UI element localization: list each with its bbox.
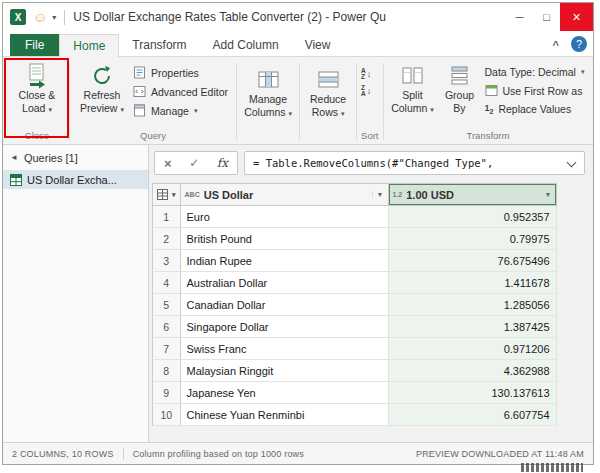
sort-descending-button[interactable]: ZA ↓ bbox=[361, 85, 371, 97]
row-number[interactable]: 5 bbox=[152, 294, 181, 316]
chevron-down-icon: ▾ bbox=[430, 106, 434, 113]
rate-cell[interactable]: 1.387425 bbox=[389, 316, 557, 338]
tab-add-column[interactable]: Add Column bbox=[200, 34, 292, 56]
collapse-ribbon-icon[interactable]: ^ bbox=[553, 39, 559, 51]
arrow-down-icon: ↓ bbox=[367, 86, 372, 96]
row-number[interactable]: 6 bbox=[152, 316, 181, 338]
rate-cell[interactable]: 0.79975 bbox=[389, 228, 557, 250]
ribbon-group-sort: AZ ↓ ZA ↓ Sort bbox=[359, 59, 380, 144]
minimize-button[interactable]: ─ bbox=[506, 3, 533, 31]
table-row: 6 Singapore Dollar 1.387425 bbox=[152, 316, 557, 338]
decimal-type-icon: 1.2 bbox=[393, 191, 403, 198]
quick-access-dropdown-icon[interactable]: ▾ bbox=[52, 13, 56, 22]
table-row: 1 Euro 0.952357 bbox=[152, 206, 557, 228]
query-table-icon bbox=[10, 174, 22, 186]
ribbon-group-transform: Split Column ▾ Group By Data Type: Decim… bbox=[386, 59, 591, 144]
currency-cell[interactable]: British Pound bbox=[181, 228, 389, 250]
group-divider bbox=[383, 63, 384, 140]
rate-cell[interactable]: 76.675496 bbox=[389, 250, 557, 272]
chevron-down-icon: ▾ bbox=[288, 110, 292, 117]
currency-cell[interactable]: Malaysian Ringgit bbox=[181, 360, 389, 382]
group-label-close: Close bbox=[9, 129, 65, 144]
data-type-button[interactable]: Data Type: Decimal ▾ bbox=[485, 66, 585, 78]
currency-cell[interactable]: Euro bbox=[181, 206, 389, 228]
reduce-rows-button[interactable]: Reduce Rows ▾ bbox=[302, 59, 354, 144]
use-first-row-icon bbox=[485, 84, 498, 97]
refresh-preview-button[interactable]: Refresh Preview ▾ bbox=[74, 59, 130, 116]
status-profiling[interactable]: Column profiling based on top 1000 rows bbox=[133, 449, 304, 459]
filter-dropdown-icon[interactable]: ▼ bbox=[372, 191, 384, 198]
status-divider bbox=[123, 448, 124, 460]
filter-dropdown-icon[interactable]: ▼ bbox=[540, 191, 552, 198]
tab-view[interactable]: View bbox=[292, 34, 344, 56]
rate-cell[interactable]: 130.137613 bbox=[389, 382, 557, 404]
formula-cancel-icon[interactable]: × bbox=[164, 156, 172, 171]
queries-pane: ◄ Queries [1] US Dollar Excha... bbox=[3, 145, 149, 442]
close-load-label-1: Close & bbox=[19, 89, 56, 102]
row-number[interactable]: 3 bbox=[152, 250, 181, 272]
queries-pane-header: ◄ Queries [1] bbox=[3, 145, 148, 170]
currency-cell[interactable]: Singapore Dollar bbox=[181, 316, 389, 338]
row-number[interactable]: 4 bbox=[152, 272, 181, 294]
close-window-button[interactable]: × bbox=[560, 3, 593, 31]
rate-cell[interactable]: 0.971206 bbox=[389, 338, 557, 360]
currency-cell[interactable]: Japanese Yen bbox=[181, 382, 389, 404]
query-list-item[interactable]: US Dollar Excha... bbox=[3, 170, 148, 189]
preview-grid: ▾ ABC US Dollar ▼ bbox=[149, 181, 593, 442]
row-number[interactable]: 9 bbox=[152, 382, 181, 404]
properties-button[interactable]: Properties bbox=[133, 66, 228, 79]
tab-home[interactable]: Home bbox=[59, 34, 119, 57]
properties-icon bbox=[133, 66, 146, 79]
row-number[interactable]: 1 bbox=[152, 206, 181, 228]
refresh-icon bbox=[91, 62, 113, 89]
chevron-left-icon[interactable]: ◄ bbox=[10, 153, 18, 162]
grid-corner-button[interactable]: ▾ bbox=[152, 183, 181, 206]
help-icon[interactable]: ? bbox=[571, 36, 587, 52]
formula-input[interactable]: = Table.RemoveColumns(#"Changed Type", bbox=[244, 151, 585, 175]
feedback-smiley-icon[interactable]: ☺ bbox=[33, 10, 47, 24]
currency-cell[interactable]: Canadian Dollar bbox=[181, 294, 389, 316]
formula-commit-icon[interactable]: ✓ bbox=[189, 156, 199, 170]
status-preview-downloaded: PREVIEW DOWNLOADED AT 11:48 AM bbox=[416, 449, 584, 459]
group-by-button[interactable]: Group By bbox=[438, 59, 482, 115]
tab-file[interactable]: File bbox=[10, 34, 59, 56]
advanced-editor-button[interactable]: Advanced Editor bbox=[133, 85, 228, 98]
row-number[interactable]: 2 bbox=[152, 228, 181, 250]
advanced-editor-icon bbox=[133, 85, 146, 98]
row-number[interactable]: 8 bbox=[152, 360, 181, 382]
group-divider bbox=[299, 63, 300, 140]
maximize-button[interactable]: □ bbox=[533, 3, 560, 31]
table-row: 4 Australian Dollar 1.411678 bbox=[152, 272, 557, 294]
rate-cell[interactable]: 6.607754 bbox=[389, 404, 557, 426]
tab-transform[interactable]: Transform bbox=[119, 34, 199, 56]
currency-cell[interactable]: Chinese Yuan Renminbi bbox=[181, 404, 389, 426]
split-column-button[interactable]: Split Column ▾ bbox=[388, 59, 438, 116]
status-columns-rows: 2 COLUMNS, 10 ROWS bbox=[12, 449, 114, 459]
row-number[interactable]: 7 bbox=[152, 338, 181, 360]
titlebar-separator bbox=[64, 10, 65, 25]
rate-cell[interactable]: 0.952357 bbox=[389, 206, 557, 228]
manage-columns-button[interactable]: Manage Columns ▾ bbox=[239, 59, 297, 144]
split-column-icon bbox=[401, 62, 424, 89]
sort-ascending-button[interactable]: AZ ↓ bbox=[361, 68, 371, 80]
row-number[interactable]: 10 bbox=[152, 404, 181, 426]
currency-cell[interactable]: Swiss Franc bbox=[181, 338, 389, 360]
arrow-down-icon: ↓ bbox=[367, 69, 372, 79]
rate-cell[interactable]: 4.362988 bbox=[389, 360, 557, 382]
currency-cell[interactable]: Australian Dollar bbox=[181, 272, 389, 294]
chevron-down-icon: ▾ bbox=[341, 110, 345, 117]
column-header-usd[interactable]: 1.2 1.00 USD ▼ bbox=[389, 183, 557, 206]
column-name: US Dollar bbox=[204, 189, 254, 201]
ribbon-home: Close & Load ▾ Close Refresh bbox=[3, 57, 593, 145]
manage-button[interactable]: Manage ▾ bbox=[133, 104, 228, 117]
close-and-load-button[interactable]: Close & Load ▾ bbox=[9, 59, 65, 116]
currency-cell[interactable]: Indian Rupee bbox=[181, 250, 389, 272]
fx-icon[interactable]: fx bbox=[217, 156, 228, 170]
rate-cell[interactable]: 1.285056 bbox=[389, 294, 557, 316]
manage-label: Manage bbox=[151, 105, 189, 117]
use-first-row-button[interactable]: Use First Row as bbox=[485, 84, 585, 97]
rate-cell[interactable]: 1.411678 bbox=[389, 272, 557, 294]
column-header-us-dollar[interactable]: ABC US Dollar ▼ bbox=[181, 183, 389, 206]
replace-values-button[interactable]: 12 Replace Values bbox=[485, 103, 585, 115]
formula-expand-chevron-icon[interactable] bbox=[567, 158, 577, 168]
